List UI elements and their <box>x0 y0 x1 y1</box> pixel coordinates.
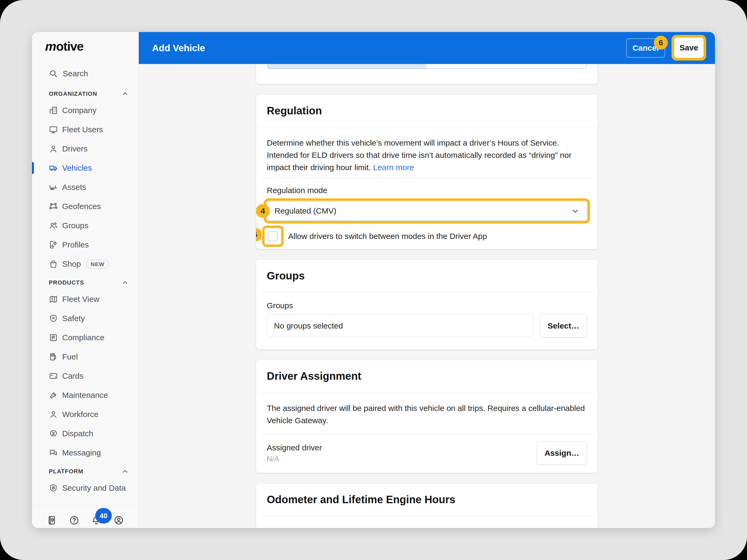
help-icon[interactable] <box>68 514 80 526</box>
sidebar-footer: 40 <box>32 505 138 528</box>
sidebar-item-fuel[interactable]: Fuel <box>32 347 138 366</box>
sidebar-item-label: Safety <box>62 314 85 323</box>
regulation-mode-value: Regulated (CMV) <box>275 206 336 215</box>
groups-field-row: Groups No groups selected Select… <box>256 292 598 349</box>
chevron-down-icon <box>571 206 580 215</box>
driver-app-switch-checkbox[interactable] <box>268 231 278 241</box>
driver-assignment-description: The assigned driver will be paired with … <box>256 393 598 434</box>
compliance-icon <box>49 333 58 342</box>
desktop-frame: mmotiveotive Search ORGANIZATION Company… <box>0 0 747 560</box>
sidebar-item-fleet-users[interactable]: Fleet Users <box>32 120 138 139</box>
wrench-icon <box>49 391 58 400</box>
card-column: Regulation Determine whether this vehicl… <box>256 64 598 528</box>
cutoff-field-input[interactable] <box>267 64 586 69</box>
sidebar-search[interactable]: Search <box>49 68 138 79</box>
sidebar-item-label: Assets <box>62 183 86 192</box>
driver-app-switch-row: 5 Allow drivers to switch between modes … <box>262 225 590 247</box>
shopping-bag-icon <box>49 260 58 269</box>
sidebar-item-shop[interactable]: Shop NEW <box>32 255 138 274</box>
sidebar-item-label: Messaging <box>62 448 101 457</box>
sidebar-item-security-and-data[interactable]: Security and Data <box>32 478 138 498</box>
sidebar-item-label: Groups <box>62 221 88 230</box>
sidebar-item-company[interactable]: Company <box>32 101 138 120</box>
assigned-driver-value: N/A <box>267 455 322 463</box>
annotation-badge-4: 4 <box>256 204 270 218</box>
sidebar-item-drivers[interactable]: Drivers <box>32 139 138 158</box>
sidebar-item-fleet-view[interactable]: Fleet View <box>32 290 138 309</box>
chevron-up-icon <box>121 468 129 475</box>
assign-driver-button[interactable]: Assign… <box>537 441 587 465</box>
app-window: mmotiveotive Search ORGANIZATION Company… <box>32 32 715 528</box>
sidebar-item-dispatch[interactable]: Dispatch <box>32 424 138 443</box>
card-groups: Groups Groups No groups selected Select… <box>256 260 598 349</box>
odometer-body-cut <box>256 516 598 528</box>
sidebar-item-label: Dispatch <box>62 429 93 438</box>
people-icon <box>49 221 58 230</box>
learn-more-link[interactable]: Learn more <box>373 163 414 172</box>
billing-book-icon[interactable] <box>46 514 58 526</box>
sidebar-item-label: Company <box>62 106 96 115</box>
motive-logo: mmotiveotive <box>45 39 138 53</box>
search-icon <box>49 69 58 78</box>
chat-icon <box>49 448 58 457</box>
sidebar-item-workforce[interactable]: Workforce <box>32 405 138 424</box>
regulation-mode-annotation-ring: 4 Regulated (CMV) <box>264 198 590 223</box>
chevron-up-icon <box>121 90 129 98</box>
sidebar-item-cards[interactable]: Cards <box>32 366 138 385</box>
company-icon <box>49 106 58 115</box>
notifications-bell-icon[interactable]: 40 <box>91 514 102 526</box>
sidebar-item-label: Maintenance <box>62 391 108 400</box>
notification-count-badge: 40 <box>95 508 112 524</box>
regulation-mode-label: Regulation mode <box>267 186 590 195</box>
sidebar-item-vehicles[interactable]: Vehicles <box>32 158 138 178</box>
sidebar-section-platform[interactable]: PLATFORM <box>49 466 129 477</box>
shield-lock-icon <box>49 483 58 492</box>
sidebar-item-geofences[interactable]: Geofences <box>32 197 138 216</box>
save-button[interactable]: Save <box>674 37 703 58</box>
geofence-icon <box>49 202 58 211</box>
sidebar: mmotiveotive Search ORGANIZATION Company… <box>32 32 139 528</box>
checkbox-annotation-ring: 5 <box>262 225 284 247</box>
person-icon <box>49 410 58 419</box>
section-label: ORGANIZATION <box>49 90 97 97</box>
sidebar-item-label: Fleet View <box>62 295 100 304</box>
page-header: Add Vehicle Cancel 6 Save <box>139 32 715 64</box>
sidebar-item-label: Workforce <box>62 410 99 419</box>
card-regulation: Regulation Determine whether this vehicl… <box>256 95 598 249</box>
credit-card-icon <box>49 371 58 380</box>
sidebar-section-products[interactable]: PRODUCTS <box>49 277 129 288</box>
sidebar-item-label: Security and Data <box>62 483 126 492</box>
sidebar-item-label: Compliance <box>62 333 104 342</box>
assigned-driver-label: Assigned driver <box>267 443 322 453</box>
regulation-mode-select[interactable]: Regulated (CMV) <box>267 201 587 220</box>
account-icon[interactable] <box>113 514 125 526</box>
section-label: PLATFORM <box>49 468 83 475</box>
sidebar-item-label: Vehicles <box>62 163 92 172</box>
truck-icon <box>49 163 58 172</box>
sidebar-item-maintenance[interactable]: Maintenance <box>32 385 138 405</box>
sidebar-item-assets[interactable]: Assets <box>32 178 138 197</box>
dispatch-icon <box>49 429 58 438</box>
annotation-badge-6: 6 <box>654 36 668 50</box>
groups-field-label: Groups <box>267 301 587 311</box>
sidebar-search-label: Search <box>63 69 88 78</box>
shield-icon <box>49 314 58 323</box>
map-icon <box>49 295 58 304</box>
sidebar-item-profiles[interactable]: Profiles <box>32 235 138 255</box>
sidebar-section-organization[interactable]: ORGANIZATION <box>49 88 129 99</box>
groups-select-button[interactable]: Select… <box>540 314 587 338</box>
sidebar-item-safety[interactable]: Safety <box>32 309 138 328</box>
sidebar-item-messaging[interactable]: Messaging <box>32 443 138 462</box>
monitor-icon <box>49 125 58 134</box>
sidebar-item-label: Cards <box>62 371 83 380</box>
annotation-badge-5: 5 <box>256 228 262 242</box>
form-scroll-area: Regulation Determine whether this vehicl… <box>139 64 715 528</box>
driver-app-switch-label: Allow drivers to switch between modes in… <box>288 232 487 241</box>
sidebar-item-label: Profiles <box>62 240 89 249</box>
sidebar-item-label: Drivers <box>62 144 87 153</box>
sidebar-item-label: Shop <box>62 260 81 269</box>
sidebar-item-compliance[interactable]: Compliance <box>32 328 138 347</box>
odometer-title: Odometer and Lifetime Engine Hours <box>267 494 587 506</box>
sidebar-item-groups[interactable]: Groups <box>32 216 138 235</box>
save-annotation-ring: Save <box>671 35 706 60</box>
